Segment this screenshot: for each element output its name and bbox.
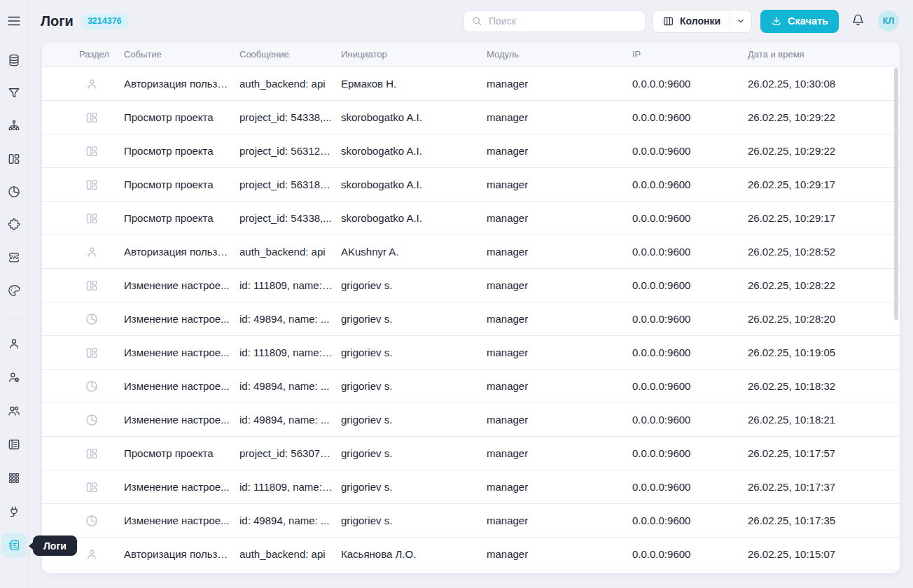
cell-ip: 0.0.0.0:9600 (632, 414, 748, 426)
sidebar-item-theme[interactable] (1, 278, 27, 303)
cell-event: Авторизация пользо... (124, 548, 239, 560)
user-gear-icon (7, 370, 21, 384)
svg-text:SVG: SVG (9, 255, 18, 260)
cell-event: Изменение настрое... (124, 346, 239, 358)
cell-message: id: 49894, name: ... (239, 414, 341, 426)
cell-message: project_id: 56312, ... (239, 145, 341, 157)
table-row[interactable]: Авторизация пользо...auth_backend: apiКа… (42, 538, 900, 571)
table-row[interactable]: Изменение настрое...id: 49894, name: ...… (42, 370, 900, 403)
table-scrollbar[interactable] (894, 68, 898, 320)
user-icon (85, 77, 99, 91)
column-header-5: IP (632, 49, 748, 59)
table-row[interactable]: Просмотр проектаproject_id: 56307, ...gr… (42, 437, 900, 470)
cell-event: Просмотр проекта (124, 212, 239, 224)
cell-event: Изменение настрое... (124, 279, 239, 291)
cell-message: project_id: 56307, ... (239, 447, 341, 459)
table-row[interactable]: Просмотр проектаproject_id: 54338,...sko… (42, 101, 900, 134)
cell-module: manager (487, 514, 632, 526)
bell-icon (851, 13, 865, 27)
layout-icon (85, 211, 99, 225)
search-box[interactable] (464, 10, 646, 32)
table-row[interactable]: Изменение настрое...id: 49894, name: ...… (42, 504, 900, 538)
cell-ip: 0.0.0.0:9600 (632, 78, 748, 90)
sidebar-item-logs[interactable] (1, 533, 27, 558)
plug-icon (7, 505, 21, 519)
sidebar-item-users[interactable] (1, 398, 27, 424)
columns-dropdown-button[interactable] (730, 10, 751, 32)
column-header-3: Инициатор (341, 49, 487, 59)
table-row[interactable]: Изменение настрое...id: 111809, name: ..… (42, 470, 900, 504)
sidebar-item-svg-assets[interactable]: SVG (1, 245, 27, 270)
pie-chart-icon (85, 312, 99, 326)
table-row[interactable]: Просмотр проектаproject_id: 56312, ...sk… (42, 134, 900, 168)
table-row[interactable]: Изменение настрое...id: 49894, name: ...… (42, 403, 900, 437)
download-button[interactable]: Скачать (760, 10, 839, 33)
cell-initiator: Касьянова Л.О. (341, 548, 487, 560)
cell-datetime: 26.02.25, 10:28:20 (748, 313, 900, 325)
puzzle-icon (7, 218, 21, 232)
sidebar-item-database[interactable] (1, 48, 27, 73)
sidebar-item-integrations[interactable] (1, 499, 27, 524)
cell-event: Изменение настрое... (124, 313, 239, 325)
cell-initiator: AKushnyr A. (341, 246, 487, 258)
table-row[interactable]: Просмотр проектаproject_id: 54338,...sko… (42, 202, 900, 235)
cell-datetime: 26.02.25, 10:29:22 (748, 111, 900, 123)
table-row[interactable]: Просмотр проектаproject_id: 56318, ...sk… (42, 168, 900, 202)
sidebar-item-plugins[interactable] (1, 212, 27, 237)
table-row[interactable]: Изменение настрое...id: 111809, name: ..… (42, 336, 900, 370)
search-input[interactable] (487, 15, 638, 27)
top-bar: Логи 3214376 Колонки Скачать КЛ (29, 0, 913, 42)
cell-message: project_id: 54338,... (239, 212, 341, 224)
table-row[interactable]: Авторизация пользо...auth_backend: apiAK… (42, 235, 900, 269)
table-row[interactable]: Изменение настрое...id: 111809, name: ..… (42, 269, 900, 302)
columns-button[interactable]: Колонки (653, 10, 730, 32)
total-count-badge: 3214376 (81, 13, 129, 29)
cell-datetime: 26.02.25, 10:18:21 (748, 414, 900, 426)
database-icon (7, 53, 21, 67)
pie-chart-icon (7, 185, 21, 199)
cell-section (42, 245, 124, 259)
sidebar-item-structure[interactable] (1, 113, 27, 139)
pie-chart-icon (85, 413, 99, 427)
sidebar-item-user-settings[interactable] (1, 365, 27, 390)
cell-ip: 0.0.0.0:9600 (632, 178, 748, 190)
cell-event: Авторизация пользо... (124, 246, 239, 258)
cell-section (42, 413, 124, 427)
sidebar-item-profile[interactable] (1, 331, 27, 356)
sidebar-item-projects[interactable] (1, 146, 27, 172)
table-row[interactable]: Авторизация пользо...auth_backend: apiЕр… (42, 67, 900, 101)
sidebar: SVG (0, 0, 29, 588)
user-avatar[interactable]: КЛ (878, 10, 899, 31)
cell-ip: 0.0.0.0:9600 (632, 514, 748, 526)
svg-icon: SVG (7, 251, 21, 265)
user-icon (85, 245, 99, 259)
cell-initiator: skorobogatko A.I. (341, 145, 487, 157)
cell-message: id: 49894, name: ... (239, 380, 341, 392)
sidebar-item-journal[interactable] (1, 432, 27, 457)
cell-datetime: 26.02.25, 10:17:57 (748, 447, 900, 459)
pie-chart-icon (85, 514, 99, 528)
menu-toggle-button[interactable] (6, 13, 22, 29)
cell-datetime: 26.02.25, 10:15:07 (748, 548, 900, 560)
table-row[interactable]: Изменение настрое...id: 49894, name: ...… (42, 302, 900, 336)
pie-chart-icon (85, 379, 99, 393)
cell-message: id: 49894, name: ... (239, 313, 341, 325)
cell-section (42, 447, 124, 461)
cell-event: Изменение настрое... (124, 380, 239, 392)
cell-module: manager (487, 78, 632, 90)
sidebar-item-filters[interactable] (1, 80, 27, 106)
cell-datetime: 26.02.25, 10:30:08 (748, 78, 900, 90)
cell-initiator: grigoriev s. (341, 414, 487, 426)
cell-module: manager (487, 346, 632, 358)
cell-module: manager (487, 246, 632, 258)
sidebar-item-reports[interactable] (1, 179, 27, 204)
cell-event: Просмотр проекта (124, 447, 239, 459)
sidebar-item-apps[interactable] (1, 465, 27, 491)
cell-message: auth_backend: api (239, 78, 341, 90)
cell-datetime: 26.02.25, 10:18:32 (748, 380, 900, 392)
table-header-row: РазделСобытиеСообщениеИнициаторМодульIPД… (42, 42, 900, 67)
cell-ip: 0.0.0.0:9600 (632, 481, 748, 493)
cell-ip: 0.0.0.0:9600 (632, 246, 748, 258)
notifications-button[interactable] (851, 13, 865, 29)
cell-module: manager (487, 145, 632, 157)
